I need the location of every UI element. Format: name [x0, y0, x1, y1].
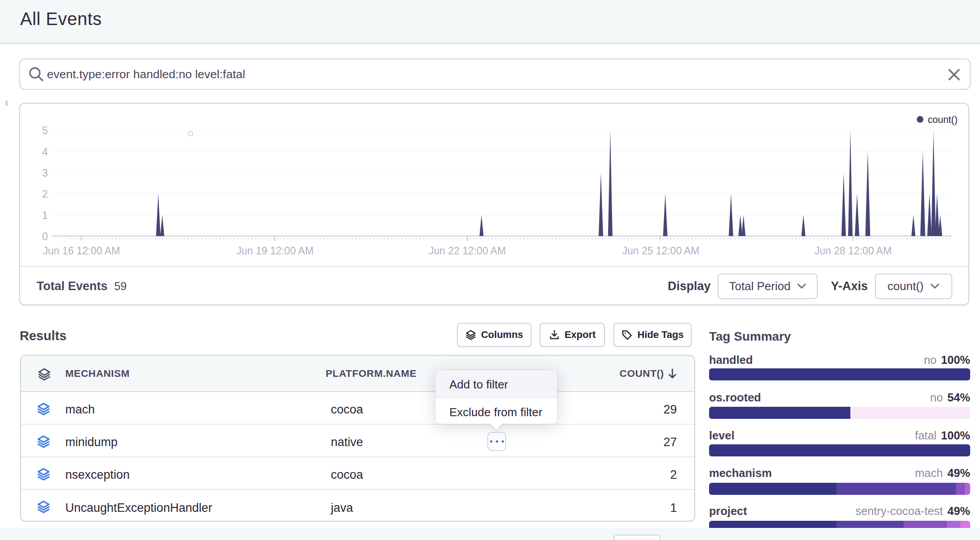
svg-text:Jun 16 12:00 AM: Jun 16 12:00 AM — [43, 245, 120, 257]
svg-text:4: 4 — [42, 146, 48, 158]
svg-text:Jun 25 12:00 AM: Jun 25 12:00 AM — [622, 245, 700, 257]
svg-text:3: 3 — [42, 167, 48, 179]
svg-text:count(): count() — [928, 114, 958, 125]
svg-text:2: 2 — [42, 188, 48, 200]
svg-text:1: 1 — [42, 210, 48, 221]
svg-text:0: 0 — [42, 231, 48, 242]
svg-text:Jun 28 12:00 AM: Jun 28 12:00 AM — [815, 245, 892, 257]
svg-text:5: 5 — [42, 125, 48, 136]
svg-text:Jun 22 12:00 AM: Jun 22 12:00 AM — [429, 245, 506, 257]
svg-text:Jun 19 12:00 AM: Jun 19 12:00 AM — [237, 245, 314, 257]
